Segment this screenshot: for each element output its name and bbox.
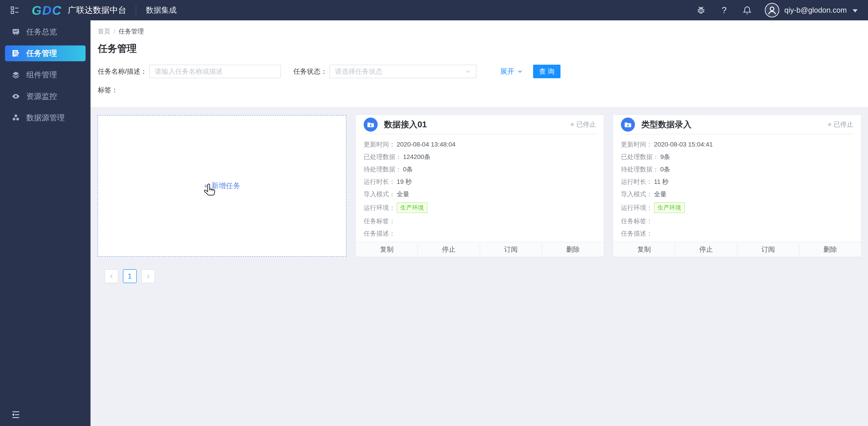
plus-icon: + bbox=[204, 182, 208, 190]
import-mode-value: 全量 bbox=[397, 190, 409, 199]
expand-label: 展开 bbox=[500, 67, 514, 76]
help-icon[interactable]: ? bbox=[719, 5, 729, 15]
environment-badge: 生产环境 bbox=[397, 202, 428, 213]
dashboard-chart-icon bbox=[11, 27, 20, 36]
card-actions: 复制 停止 订阅 删除 bbox=[613, 242, 861, 257]
chevron-left-icon bbox=[108, 273, 115, 280]
pending-value: 0条 bbox=[403, 165, 413, 174]
avatar[interactable] bbox=[765, 3, 779, 18]
next-page-button[interactable] bbox=[141, 269, 155, 283]
subscribe-action[interactable]: 订阅 bbox=[480, 242, 542, 257]
task-status-select[interactable]: 请选择任务状态 bbox=[330, 65, 476, 78]
breadcrumb-current: 任务管理 bbox=[119, 27, 144, 36]
sidebar-item-resource-monitor[interactable]: 资源监控 bbox=[5, 89, 86, 104]
main-content: 首页 / 任务管理 任务管理 任务名称/描述： 任务状态： 请选择任务状态 展开 bbox=[91, 20, 868, 426]
chevron-right-icon bbox=[145, 273, 152, 280]
chevron-down-icon[interactable] bbox=[852, 9, 858, 12]
copy-action[interactable]: 复制 bbox=[613, 242, 675, 257]
breadcrumb-separator: / bbox=[114, 28, 115, 35]
task-card: 类型数据录入 已停止 更新时间：2020-08-03 15:04:41 已处理数… bbox=[613, 115, 861, 257]
breadcrumb: 首页 / 任务管理 bbox=[98, 27, 859, 36]
updated-value: 2020-08-04 13:48:04 bbox=[397, 141, 456, 148]
page-header-panel: 首页 / 任务管理 任务管理 任务名称/描述： 任务状态： 请选择任务状态 展开 bbox=[91, 20, 868, 107]
status-badge: 已停止 bbox=[571, 120, 596, 129]
sidebar-item-task-management[interactable]: 任务管理 bbox=[5, 45, 86, 61]
search-button[interactable]: 查 询 bbox=[533, 65, 560, 78]
app-header: GDC 广联达数据中台 数据集成 ? qiy-b@glodon.com bbox=[0, 0, 868, 20]
pending-value: 0条 bbox=[660, 165, 670, 174]
prev-page-button[interactable] bbox=[104, 269, 118, 283]
product-name: 广联达数据中台 bbox=[68, 4, 126, 16]
gdc-logo: GDC bbox=[32, 3, 62, 18]
layers-icon bbox=[11, 70, 20, 79]
task-card-title: 数据接入01 bbox=[384, 119, 427, 130]
document-pen-icon bbox=[11, 49, 20, 58]
chevron-down-icon bbox=[465, 68, 471, 75]
sidebar-item-label: 任务管理 bbox=[26, 48, 57, 59]
breadcrumb-home[interactable]: 首页 bbox=[98, 27, 111, 36]
updated-value: 2020-08-03 15:04:41 bbox=[654, 141, 713, 148]
tag-filter-label: 标签： bbox=[98, 86, 859, 95]
pagination: 1 bbox=[104, 269, 862, 283]
sidebar-item-component-management[interactable]: 组件管理 bbox=[5, 67, 86, 83]
filter-row: 任务名称/描述： 任务状态： 请选择任务状态 展开 查 询 bbox=[98, 65, 859, 78]
page-title: 任务管理 bbox=[98, 42, 859, 55]
stop-action[interactable]: 停止 bbox=[675, 242, 737, 257]
page-1-button[interactable]: 1 bbox=[123, 269, 137, 283]
status-dot-icon bbox=[828, 123, 831, 126]
status-dot-icon bbox=[571, 123, 574, 126]
task-status-filter-label: 任务状态： bbox=[293, 67, 327, 76]
environment-badge: 生产环境 bbox=[654, 202, 685, 213]
user-email[interactable]: qiy-b@glodon.com bbox=[784, 6, 847, 14]
folder-download-icon bbox=[364, 118, 378, 132]
status-badge: 已停止 bbox=[828, 120, 853, 129]
add-task-card[interactable]: + 新增任务 bbox=[97, 115, 346, 257]
subscribe-action[interactable]: 订阅 bbox=[738, 242, 799, 257]
sidebar-item-task-overview[interactable]: 任务总览 bbox=[5, 24, 86, 40]
import-mode-value: 全量 bbox=[654, 190, 666, 199]
header-divider bbox=[136, 6, 136, 15]
folder-download-icon bbox=[621, 118, 635, 132]
duration-value: 11 秒 bbox=[654, 177, 669, 186]
sidebar: 任务总览 任务管理 组件管理 bbox=[0, 20, 91, 426]
sidebar-item-label: 数据源管理 bbox=[26, 112, 65, 123]
processed-value: 124200条 bbox=[403, 153, 430, 161]
task-card-title: 类型数据录入 bbox=[641, 119, 691, 130]
eye-icon bbox=[11, 92, 20, 101]
expand-filters-link[interactable]: 展开 bbox=[500, 67, 523, 76]
task-name-input[interactable] bbox=[149, 65, 281, 78]
task-card: 数据接入01 已停止 更新时间：2020-08-04 13:48:04 已处理数… bbox=[356, 115, 604, 257]
sidebar-item-datasource-management[interactable]: 数据源管理 bbox=[5, 110, 86, 126]
module-name[interactable]: 数据集成 bbox=[146, 5, 177, 15]
task-name-filter-label: 任务名称/描述： bbox=[98, 67, 147, 76]
stop-action[interactable]: 停止 bbox=[418, 242, 479, 257]
app-list-icon[interactable] bbox=[9, 5, 20, 15]
bug-icon[interactable] bbox=[696, 5, 706, 15]
bell-icon[interactable] bbox=[742, 5, 752, 15]
copy-action[interactable]: 复制 bbox=[356, 242, 417, 257]
duration-value: 19 秒 bbox=[397, 177, 412, 186]
sidebar-item-label: 资源监控 bbox=[26, 91, 57, 101]
cards-area: + 新增任务 数据接入01 已 bbox=[91, 107, 868, 283]
sidebar-item-label: 任务总览 bbox=[26, 27, 57, 37]
add-task-label: 新增任务 bbox=[211, 181, 240, 191]
sidebar-item-label: 组件管理 bbox=[26, 70, 57, 80]
task-status-placeholder: 请选择任务状态 bbox=[335, 67, 382, 76]
processed-value: 9条 bbox=[660, 153, 670, 161]
hexagon-cluster-icon bbox=[11, 113, 20, 122]
delete-action[interactable]: 删除 bbox=[800, 242, 861, 257]
menu-fold-icon[interactable] bbox=[11, 410, 21, 420]
delete-action[interactable]: 删除 bbox=[542, 242, 604, 257]
chevron-down-icon bbox=[517, 68, 523, 75]
card-actions: 复制 停止 订阅 删除 bbox=[356, 242, 604, 257]
